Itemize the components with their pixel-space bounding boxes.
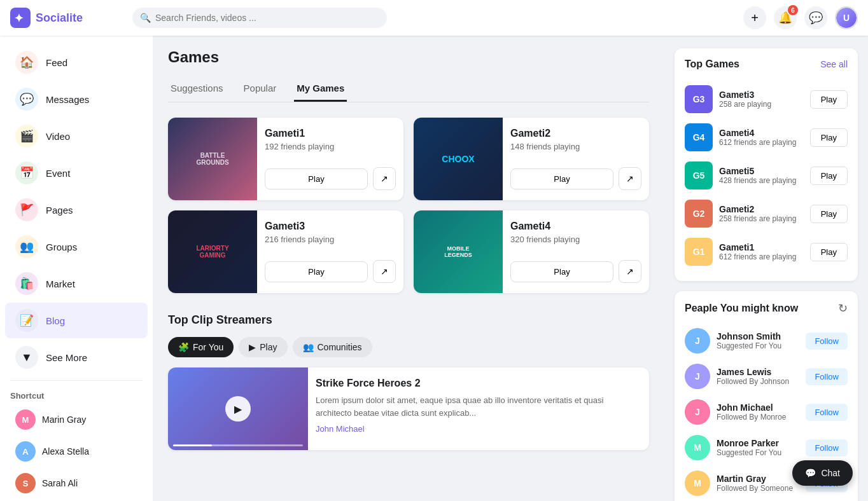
tabs: Suggestions Popular My Games <box>168 76 649 102</box>
shortcut-avatar-2: S <box>15 473 36 493</box>
sidebar-item-feed[interactable]: 🏠 Feed <box>5 45 148 80</box>
refresh-button[interactable]: ↻ <box>838 301 848 315</box>
top-games-title: Top Games <box>685 58 739 70</box>
person-name-3: Monroe Parker <box>717 438 799 448</box>
video-controls <box>168 444 308 446</box>
right-panel: Top Games See all G3 Gameti3 258 are pla… <box>664 36 868 501</box>
pages-icon: 🚩 <box>15 198 38 221</box>
feed-label: Feed <box>46 57 67 68</box>
game-play-button-0[interactable]: Play <box>265 168 368 189</box>
groups-label: Groups <box>46 242 77 252</box>
sidebar-item-blog[interactable]: 📝 Blog <box>5 303 148 338</box>
game-actions-3: Play ↗ <box>510 260 641 283</box>
follow-button-0[interactable]: Follow <box>806 333 848 350</box>
shortcut-item-2[interactable]: S Sarah Ali <box>5 468 148 498</box>
game-card-1: CHOOX Gameti2 148 friends playing Play ↗ <box>414 118 649 200</box>
person-name-4: Martin Gray <box>717 474 799 484</box>
tg-thumb-0: G3 <box>685 85 713 113</box>
stream-author[interactable]: John Michael <box>316 424 641 434</box>
person-info-3: Monroe Parker Suggested For You <box>717 438 799 457</box>
see-all-link[interactable]: See all <box>820 59 848 69</box>
follow-button-3[interactable]: Follow <box>806 439 848 456</box>
game-share-button-0[interactable]: ↗ <box>373 167 396 190</box>
stream-description: Lorem ipsum dolor sit amet, eaque ipsa q… <box>316 394 641 419</box>
person-name-2: John Michael <box>717 402 799 413</box>
notification-badge: 6 <box>788 5 798 15</box>
tg-thumb-3: G2 <box>685 200 713 228</box>
sidebar-item-event[interactable]: 📅 Event <box>5 155 148 191</box>
shortcut-name-1: Alexa Stella <box>42 446 89 456</box>
top-game-item-0: G3 Gameti3 258 are playing Play <box>685 80 848 118</box>
notifications-button[interactable]: 🔔 6 <box>774 6 797 29</box>
sidebar-item-see-more[interactable]: ▼ See More <box>5 340 148 375</box>
video-label: Video <box>46 131 70 142</box>
market-label: Market <box>46 278 75 289</box>
user-avatar-button[interactable]: U <box>835 6 858 29</box>
person-item-0: J Johnson Smith Suggested For You Follow <box>685 323 848 359</box>
tg-play-3[interactable]: Play <box>810 205 848 223</box>
tg-name-1: Gameti4 <box>719 128 804 138</box>
tg-play-0[interactable]: Play <box>810 90 848 109</box>
tg-play-1[interactable]: Play <box>810 128 848 147</box>
game-share-button-1[interactable]: ↗ <box>619 167 641 190</box>
follow-button-1[interactable]: Follow <box>806 368 848 385</box>
tab-my-games[interactable]: My Games <box>294 76 347 102</box>
tab-popular[interactable]: Popular <box>241 76 279 102</box>
game-play-button-3[interactable]: Play <box>510 261 613 282</box>
game-share-button-2[interactable]: ↗ <box>373 260 396 283</box>
game-actions-2: Play ↗ <box>265 260 396 283</box>
tab-suggestions[interactable]: Suggestions <box>168 76 226 102</box>
tg-play-4[interactable]: Play <box>810 243 848 261</box>
game-play-button-2[interactable]: Play <box>265 261 368 282</box>
pill-for-you[interactable]: 🧩 For You <box>168 337 234 357</box>
game-friends-1: 148 friends playing <box>510 142 641 151</box>
tg-play-2[interactable]: Play <box>810 167 848 185</box>
game-name-0: Gameti1 <box>265 128 396 139</box>
tg-count-4: 612 friends are playing <box>719 252 804 261</box>
follow-button-2[interactable]: Follow <box>806 404 848 421</box>
search-icon: 🔍 <box>140 13 151 23</box>
sidebar-item-messages[interactable]: 💬 Messages <box>5 81 148 117</box>
tg-count-0: 258 are playing <box>719 100 804 109</box>
tg-thumb-4: G1 <box>685 238 713 266</box>
tg-info-2: Gameti5 428 friends are playing <box>719 166 804 185</box>
game-friends-3: 320 friends playing <box>510 235 641 244</box>
person-sub-3: Suggested For You <box>717 448 799 457</box>
add-button[interactable]: + <box>743 6 766 29</box>
blog-icon: 📝 <box>15 309 38 332</box>
person-avatar-1: J <box>685 364 710 389</box>
pill-play[interactable]: ▶ Play <box>239 337 287 357</box>
shortcut-name-2: Sarah Ali <box>42 478 78 488</box>
game-share-button-3[interactable]: ↗ <box>619 260 641 283</box>
game-thumb-0: BATTLEGROUNDS <box>168 118 257 200</box>
chat-floating[interactable]: 💬 Chat <box>792 460 853 486</box>
sidebar-item-pages[interactable]: 🚩 Pages <box>5 192 148 228</box>
game-name-1: Gameti2 <box>510 128 641 139</box>
pill-communities[interactable]: 👥 Comunities <box>293 337 372 357</box>
shortcut-item-0[interactable]: M Marin Gray <box>5 404 148 435</box>
sidebar-item-video[interactable]: 🎬 Video <box>5 118 148 154</box>
logo[interactable]: ✦ Socialite <box>10 8 125 28</box>
shortcut-item-1[interactable]: A Alexa Stella <box>5 436 148 467</box>
play-overlay[interactable]: ▶ <box>225 396 251 422</box>
see-more-icon: ▼ <box>15 346 38 369</box>
avatar: U <box>836 8 857 28</box>
stream-card: ▶ Strike Force Heroes 2 Lorem ipsum dolo… <box>168 367 649 450</box>
sidebar-item-market[interactable]: 🛍️ Market <box>5 266 148 301</box>
messages-button[interactable]: 💬 <box>804 6 827 29</box>
game-card-0: BATTLEGROUNDS Gameti1 192 friends playin… <box>168 118 403 200</box>
sidebar-item-groups[interactable]: 👥 Groups <box>5 229 148 264</box>
video-icon: 🎬 <box>15 125 38 148</box>
tg-count-2: 428 friends are playing <box>719 176 804 185</box>
chat-icon: 💬 <box>805 468 816 478</box>
tg-name-2: Gameti5 <box>719 166 804 176</box>
top-game-item-4: G1 Gameti1 612 friends are playing Play <box>685 233 848 271</box>
person-info-0: Johnson Smith Suggested For You <box>717 331 799 350</box>
pill-communities-label: Comunities <box>318 342 362 352</box>
svg-text:✦: ✦ <box>14 12 24 25</box>
game-play-button-1[interactable]: Play <box>510 168 613 189</box>
search-input[interactable] <box>132 8 387 28</box>
person-info-2: John Michael Followed By Monroe <box>717 402 799 422</box>
event-label: Event <box>46 168 70 179</box>
logo-icon: ✦ <box>10 8 31 28</box>
